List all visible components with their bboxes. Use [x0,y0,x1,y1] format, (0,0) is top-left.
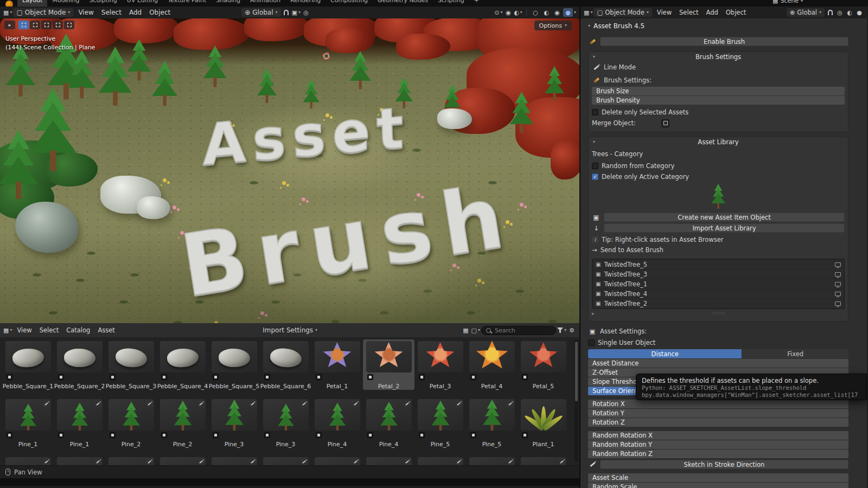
tool-select-circle-button[interactable] [30,21,40,29]
edit-icon[interactable] [455,400,462,407]
asset-tile-petal-3[interactable]: Petal_3 [414,339,466,390]
edit-icon[interactable] [249,400,256,407]
tool-select-lasso-button[interactable] [41,21,52,29]
asset-tile-partial[interactable] [466,455,518,465]
asset-select-checkbox[interactable] [7,374,12,380]
asset-select-checkbox[interactable] [367,432,373,438]
workspace-tab-modeling[interactable]: Modeling [47,0,84,7]
grid-scrollbar[interactable] [575,339,578,462]
snap-target-dropdown[interactable]: ▣ ▾ [292,8,301,17]
viewport-menu-add[interactable]: Add [125,9,145,16]
asset-tile-pebble-square-6[interactable]: Pebble_Square_6 [260,339,311,390]
asset-tile-petal-2[interactable]: Petal_2 [363,339,414,390]
shading-solid-icon[interactable]: ● [855,8,864,17]
edit-icon[interactable] [507,400,514,407]
asset-select-checkbox[interactable] [419,374,425,380]
edit-icon[interactable] [455,458,462,465]
show-overlays-dropdown[interactable]: ◐ ▾ [514,8,522,17]
slider-random-rotation-x[interactable]: Random Rotation X [588,431,848,440]
workspace-tab-[interactable]: + [469,0,484,7]
shading-solid-icon[interactable]: ◐ [541,8,551,17]
workspace-tab-animation[interactable]: Animation [245,0,285,7]
edit-icon[interactable] [43,458,50,465]
asset-list-item-twistedtree-5[interactable]: ▣TwistedTree_5 [593,260,844,269]
edit-icon[interactable] [404,458,411,465]
delete-selected-checkbox[interactable] [592,109,598,115]
editor-type-icon[interactable]: ▦ ▾ [3,8,12,17]
search-input[interactable] [494,326,551,335]
delete-active-category-row[interactable]: ✓ Delete only Active Category [592,172,845,181]
resize-grip[interactable]: ∷∷∷ [595,311,845,316]
blender-logo-icon[interactable] [5,1,13,7]
workspace-tab-rendering[interactable]: Rendering [285,0,326,7]
workspace-tab-uv-editing[interactable]: UV Editing [122,0,163,7]
asset-tile-partial[interactable] [105,455,157,465]
edit-icon[interactable] [301,400,308,407]
edit-icon[interactable] [94,400,101,407]
create-asset-button[interactable]: Create new Asset Item Object [604,213,845,222]
right-viewport-menu-select[interactable]: Select [675,9,702,16]
asset-select-checkbox[interactable] [522,432,528,438]
asset-tile-pine-2[interactable]: Pine_2 [157,397,208,448]
transform-orientation-dropdown[interactable]: ⊕ Global ▾ [241,8,280,17]
display-size-icon[interactable]: ▦ [462,326,470,335]
import-library-button[interactable]: Import Asset Library [604,223,845,233]
tool-cursor-button[interactable] [53,21,63,29]
asset-list-item-twistedtree-1[interactable]: ▣TwistedTree_1 [593,279,844,288]
asset-select-checkbox[interactable] [264,432,270,438]
show-overlays-icon[interactable]: ◐ [845,8,854,17]
asset-select-checkbox[interactable] [58,432,64,438]
sketch-stroke-button[interactable]: Sketch in Stroke Direction [600,460,848,469]
editor-type-icon[interactable]: ▦ ▾ [3,326,12,335]
asset-tile-partial[interactable] [363,455,414,465]
asset-select-checkbox[interactable] [110,432,116,438]
mode-dropdown[interactable]: ▢ Object Mode ▾ [593,8,652,17]
asset-tile-partial[interactable] [54,455,105,465]
editor-type-icon[interactable]: ▦ ▾ [584,8,592,17]
display-toggle-icon[interactable] [835,272,841,277]
slider-asset-scale[interactable]: Asset Scale [588,473,848,482]
import-settings-dropdown[interactable]: Import Settings ▾ [259,326,321,335]
right-viewport-menu-view[interactable]: View [653,9,675,16]
asset-browser-menu-select[interactable]: Select [36,326,62,334]
random-from-category-row[interactable]: Random from Category [592,162,845,170]
workspace-tab-compositing[interactable]: Compositing [326,0,373,7]
delete-selected-row[interactable]: Delete only Selected Assets [592,108,845,117]
asset-tile-pebble-square-2[interactable]: Pebble_Square_2 [54,339,105,390]
edit-icon[interactable] [558,458,565,465]
snap-icon[interactable] [826,8,834,17]
asset-tile-pine-3[interactable]: Pine_3 [260,397,311,448]
asset-select-checkbox[interactable] [213,432,219,438]
asset-library-section-header[interactable]: ▾ Asset Library [592,137,845,147]
merge-object-toggle[interactable] [661,119,669,127]
browser-settings-gear-icon[interactable]: ⚙ [567,326,576,335]
shading-rendered-icon[interactable]: ● [563,8,573,17]
random-from-category-checkbox[interactable] [592,163,598,169]
edit-icon[interactable] [507,458,514,465]
edit-icon[interactable] [43,400,50,407]
search-box[interactable] [481,326,556,335]
slider-asset-distance[interactable]: Asset Distance [588,359,848,368]
asset-browser-menu-view[interactable]: View [13,326,35,334]
single-user-checkbox[interactable] [588,339,595,346]
edit-icon[interactable] [197,400,205,407]
workspace-tab-sculpting[interactable]: Sculpting [84,0,122,7]
snap-icon[interactable] [282,8,291,17]
asset-list-item-twistedtree-4[interactable]: ▣TwistedTree_4 [593,289,844,298]
edit-icon[interactable] [301,458,308,465]
asset-select-checkbox[interactable] [161,432,167,438]
asset-select-checkbox[interactable] [470,374,476,380]
display-toggle-icon[interactable] [835,292,841,296]
asset-select-checkbox[interactable] [7,432,12,438]
viewport-menu-view[interactable]: View [74,9,97,16]
line-mode-toggle[interactable]: Line Mode [592,63,845,72]
asset-tile-partial[interactable] [2,455,54,465]
asset-tile-pebble-square-1[interactable]: Pebble_Square_1 [2,339,54,390]
asset-tile-partial[interactable] [414,455,466,465]
category-preview[interactable] [592,183,845,209]
asset-tile-partial[interactable] [208,455,260,465]
display-toggle-icon[interactable] [835,282,841,286]
proportional-edit-icon[interactable]: ◎ [302,8,310,17]
asset-tile-pebble-square-3[interactable]: Pebble_Square_3 [105,339,157,390]
tool-move-button[interactable] [64,21,74,29]
